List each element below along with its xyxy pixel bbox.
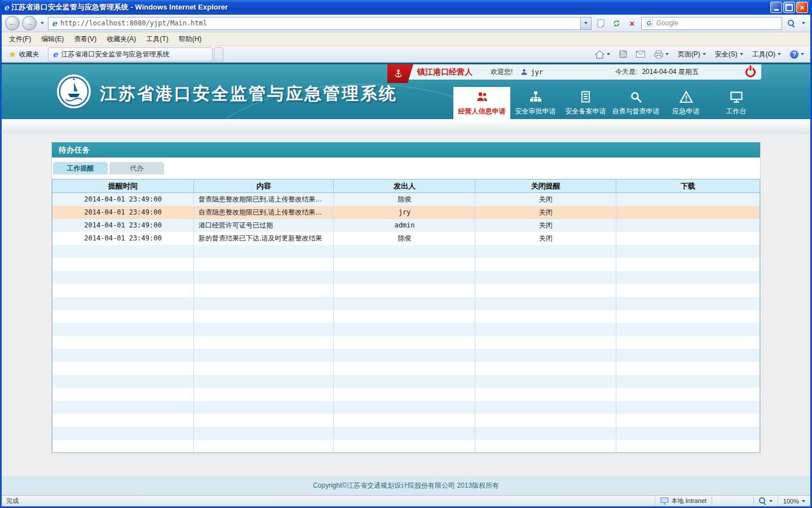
close-reminder-link[interactable]: 关闭 <box>475 206 616 219</box>
print-button[interactable] <box>650 49 673 60</box>
empty-cell <box>52 284 194 297</box>
cell-download <box>616 232 760 245</box>
banner-fade-strip <box>2 119 810 134</box>
empty-cell <box>52 375 194 388</box>
nav-operator-info-application[interactable]: 经营人信息申请 <box>453 87 510 119</box>
table-empty-row <box>52 414 760 427</box>
col-sender: 发出人 <box>334 179 475 193</box>
section-title: 待办任务 <box>52 142 760 157</box>
menu-favorites[interactable]: 收藏夹(A) <box>102 33 141 46</box>
stop-button[interactable]: × <box>625 16 639 30</box>
cell-download <box>616 219 760 232</box>
titlebar: e 江苏省港口安全监管与应急管理系统 - Windows Internet Ex… <box>2 0 810 15</box>
close-reminder-link[interactable]: 关闭 <box>475 219 616 232</box>
empty-cell <box>334 388 475 401</box>
minimize-button[interactable] <box>770 2 782 13</box>
safety-menu-button[interactable]: 安全(S) <box>711 48 747 61</box>
history-dropdown[interactable] <box>39 17 46 29</box>
empty-cell <box>194 310 334 323</box>
panel-tabs: 工作提醒 代办 <box>53 162 760 174</box>
col-content: 内容 <box>194 179 334 193</box>
search-button[interactable] <box>784 16 798 30</box>
nav-safety-approval-application[interactable]: 安全审批申请 <box>510 87 561 119</box>
empty-cell <box>616 414 760 427</box>
url-text: http://localhost:8080/yjpt/Main.html <box>60 19 207 27</box>
maximize-button[interactable] <box>783 2 795 13</box>
empty-cell <box>52 427 194 440</box>
empty-cell <box>52 388 194 401</box>
table-empty-row <box>52 297 760 310</box>
zoom-level-button[interactable]: 100% <box>778 496 810 506</box>
logout-power-button[interactable] <box>745 67 756 77</box>
cell-remind-time: 2014-04-01 23:49:00 <box>52 206 194 219</box>
page-menu-button[interactable]: 页面(P) <box>674 48 710 61</box>
col-remind-time: 提醒时间 <box>52 179 194 193</box>
zoom-menu-button[interactable] <box>753 496 778 506</box>
empty-cell <box>616 362 760 375</box>
menu-view[interactable]: 查看(V) <box>69 33 102 46</box>
empty-cell <box>194 245 334 258</box>
empty-cell <box>616 258 760 271</box>
empty-cell <box>616 440 760 453</box>
page-content: 江苏省港口安全监管与应急管理系统 镇江港口经营人 欢迎您! jyr 今天是: 2… <box>2 63 810 495</box>
table-empty-row <box>52 323 760 336</box>
tab-todo[interactable]: 代办 <box>109 162 164 174</box>
back-button[interactable]: ← <box>5 16 20 30</box>
home-button[interactable] <box>591 49 614 60</box>
feeds-button[interactable] <box>615 49 631 60</box>
address-dropdown[interactable] <box>581 17 592 30</box>
empty-cell <box>194 349 334 362</box>
nav-workbench[interactable]: 工作台 <box>711 87 761 119</box>
nav-self-check-supervision-application[interactable]: 自查与督查申请 <box>611 87 661 119</box>
empty-cell <box>475 323 616 336</box>
welcome-label: 欢迎您! <box>491 67 513 77</box>
forward-button[interactable]: → <box>22 16 37 30</box>
nav-label: 应急申请 <box>673 107 700 116</box>
address-bar[interactable]: e http://localhost:8080/yjpt/Main.html <box>48 17 581 30</box>
empty-cell <box>52 336 194 349</box>
mail-button[interactable] <box>632 49 649 59</box>
favorites-button[interactable]: ★ 收藏夹 <box>4 48 45 61</box>
table-empty-row <box>52 245 760 258</box>
refresh-button[interactable] <box>610 16 623 30</box>
search-engine-label: Google <box>656 19 678 27</box>
menu-help[interactable]: 帮助(H) <box>174 33 207 46</box>
cell-content: 新的督查结果已下达,请及时更新整改结果 <box>194 232 334 245</box>
cell-sender: 陈俊 <box>334 232 475 245</box>
menu-tools[interactable]: 工具(T) <box>141 33 173 46</box>
tools-menu-button[interactable]: 工具(O) <box>748 48 785 61</box>
close-reminder-link[interactable]: 关闭 <box>475 232 616 245</box>
table-empty-row <box>52 271 760 284</box>
table-body: 2014-04-01 23:49:00 督查隐患整改期限已到,请上传整改结果… … <box>52 193 760 453</box>
search-box[interactable]: G Google <box>641 17 782 30</box>
new-tab-button[interactable] <box>214 47 223 62</box>
close-button[interactable]: × <box>796 2 808 13</box>
table-row: 2014-04-01 23:49:00 督查隐患整改期限已到,请上传整改结果… … <box>52 193 760 206</box>
reminder-table: 提醒时间 内容 发出人 关闭提醒 下载 2014-04-01 23:49:00 … <box>52 179 760 453</box>
menu-edit[interactable]: 编辑(E) <box>36 33 69 46</box>
nav-safety-record-application[interactable]: 安全备案申请 <box>561 87 611 119</box>
help-menu-button[interactable]: ? <box>786 49 808 60</box>
date-value: 2014-04-04 星期五 <box>642 67 699 77</box>
col-close-reminder: 关闭提醒 <box>475 179 616 193</box>
page-menu-label: 页面(P) <box>678 50 700 59</box>
empty-cell <box>52 245 194 258</box>
table-header-row: 提醒时间 内容 发出人 关闭提醒 下载 <box>52 179 760 193</box>
magnifier-icon <box>629 90 643 104</box>
safety-menu-label: 安全(S) <box>715 50 738 59</box>
empty-cell <box>52 297 194 310</box>
table-empty-row <box>52 310 760 323</box>
browser-tab[interactable]: e 江苏省港口安全监管与应急管理系统 <box>48 47 213 62</box>
empty-cell <box>475 388 616 401</box>
menu-file[interactable]: 文件(F) <box>4 33 36 46</box>
close-reminder-link[interactable]: 关闭 <box>475 193 616 206</box>
tab-work-reminder[interactable]: 工作提醒 <box>53 162 108 174</box>
anchor-flag-icon <box>387 64 413 83</box>
compatibility-view-icon[interactable] <box>594 16 607 30</box>
zoom-magnifier-icon <box>759 497 766 505</box>
empty-cell <box>334 427 475 440</box>
search-options-dropdown[interactable] <box>800 17 807 29</box>
nav-emergency-application[interactable]: 应急申请 <box>661 87 711 119</box>
nav-label: 经营人信息申请 <box>458 107 506 116</box>
stop-x-glyph: × <box>630 19 635 28</box>
